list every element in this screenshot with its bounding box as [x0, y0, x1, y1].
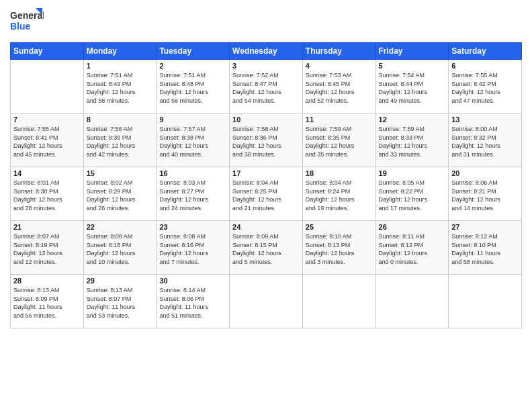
calendar-cell: 17Sunrise: 8:04 AM Sunset: 8:25 PM Dayli…	[230, 167, 303, 221]
calendar-cell: 12Sunrise: 7:59 AM Sunset: 8:33 PM Dayli…	[375, 113, 449, 167]
day-info: Sunrise: 8:03 AM Sunset: 8:27 PM Dayligh…	[159, 179, 226, 212]
week-row-2: 14Sunrise: 8:01 AM Sunset: 8:30 PM Dayli…	[11, 167, 522, 221]
day-info: Sunrise: 8:14 AM Sunset: 8:06 PM Dayligh…	[159, 286, 226, 320]
svg-text:Blue: Blue	[10, 21, 31, 32]
calendar-cell: 6Sunrise: 7:55 AM Sunset: 8:42 PM Daylig…	[449, 60, 522, 113]
calendar-cell: 13Sunrise: 8:00 AM Sunset: 8:32 PM Dayli…	[449, 113, 522, 167]
calendar-cell: 8Sunrise: 7:56 AM Sunset: 8:39 PM Daylig…	[83, 113, 157, 167]
day-number: 25	[306, 223, 373, 231]
day-info: Sunrise: 8:04 AM Sunset: 8:24 PM Dayligh…	[306, 179, 373, 212]
calendar-cell: 30Sunrise: 8:14 AM Sunset: 8:06 PM Dayli…	[157, 275, 230, 328]
week-row-0: 1Sunrise: 7:51 AM Sunset: 8:49 PM Daylig…	[11, 60, 522, 113]
calendar-cell: 24Sunrise: 8:09 AM Sunset: 8:15 PM Dayli…	[230, 221, 303, 275]
day-number: 10	[232, 116, 300, 124]
calendar-cell: 4Sunrise: 7:53 AM Sunset: 8:45 PM Daylig…	[302, 60, 375, 113]
day-info: Sunrise: 8:06 AM Sunset: 8:21 PM Dayligh…	[451, 179, 519, 212]
day-info: Sunrise: 8:02 AM Sunset: 8:29 PM Dayligh…	[87, 179, 154, 212]
day-info: Sunrise: 7:51 AM Sunset: 8:49 PM Dayligh…	[87, 71, 154, 105]
calendar-cell: 29Sunrise: 8:13 AM Sunset: 8:07 PM Dayli…	[83, 275, 157, 328]
day-number: 19	[379, 169, 446, 177]
calendar: SundayMondayTuesdayWednesdayThursdayFrid…	[10, 42, 522, 328]
calendar-cell: 28Sunrise: 8:13 AM Sunset: 8:09 PM Dayli…	[11, 275, 84, 328]
calendar-cell: 3Sunrise: 7:52 AM Sunset: 8:47 PM Daylig…	[230, 60, 303, 113]
calendar-cell: 14Sunrise: 8:01 AM Sunset: 8:30 PM Dayli…	[11, 167, 84, 221]
day-info: Sunrise: 7:57 AM Sunset: 8:38 PM Dayligh…	[159, 125, 226, 158]
day-number: 22	[87, 223, 154, 231]
day-info: Sunrise: 7:56 AM Sunset: 8:39 PM Dayligh…	[87, 125, 154, 158]
logo-svg: GeneralBlue	[10, 7, 44, 37]
day-info: Sunrise: 7:59 AM Sunset: 8:35 PM Dayligh…	[306, 125, 373, 158]
day-info: Sunrise: 8:07 AM Sunset: 8:19 PM Dayligh…	[13, 232, 81, 266]
day-number: 4	[306, 62, 373, 70]
day-number: 2	[159, 62, 226, 70]
day-number: 21	[13, 223, 81, 231]
day-info: Sunrise: 7:52 AM Sunset: 8:47 PM Dayligh…	[232, 71, 300, 105]
header: GeneralBlue	[10, 7, 522, 37]
calendar-cell: 1Sunrise: 7:51 AM Sunset: 8:49 PM Daylig…	[83, 60, 157, 113]
calendar-cell: 20Sunrise: 8:06 AM Sunset: 8:21 PM Dayli…	[449, 167, 522, 221]
weekday-header-tuesday: Tuesday	[157, 43, 230, 60]
day-number: 11	[306, 116, 373, 124]
weekday-header-friday: Friday	[375, 43, 449, 60]
day-info: Sunrise: 8:09 AM Sunset: 8:15 PM Dayligh…	[232, 232, 300, 266]
day-number: 24	[232, 223, 300, 231]
day-number: 14	[13, 169, 81, 177]
calendar-cell	[302, 275, 375, 328]
day-info: Sunrise: 8:13 AM Sunset: 8:07 PM Dayligh…	[87, 286, 154, 320]
day-number: 5	[379, 62, 446, 70]
day-number: 18	[306, 169, 373, 177]
day-number: 30	[159, 277, 226, 285]
day-info: Sunrise: 8:12 AM Sunset: 8:10 PM Dayligh…	[451, 232, 519, 266]
weekday-header-monday: Monday	[83, 43, 157, 60]
day-info: Sunrise: 7:54 AM Sunset: 8:44 PM Dayligh…	[379, 71, 446, 105]
day-info: Sunrise: 8:05 AM Sunset: 8:22 PM Dayligh…	[379, 179, 446, 212]
day-number: 15	[87, 169, 154, 177]
weekday-header-wednesday: Wednesday	[230, 43, 303, 60]
day-info: Sunrise: 8:10 AM Sunset: 8:13 PM Dayligh…	[306, 232, 373, 266]
weekday-header-sunday: Sunday	[11, 43, 84, 60]
day-info: Sunrise: 7:55 AM Sunset: 8:42 PM Dayligh…	[451, 71, 519, 105]
day-number: 7	[13, 116, 81, 124]
logo: GeneralBlue	[10, 7, 44, 37]
calendar-cell: 15Sunrise: 8:02 AM Sunset: 8:29 PM Dayli…	[83, 167, 157, 221]
svg-text:General: General	[10, 10, 44, 21]
day-number: 16	[159, 169, 226, 177]
day-info: Sunrise: 8:08 AM Sunset: 8:18 PM Dayligh…	[87, 232, 154, 266]
day-info: Sunrise: 7:51 AM Sunset: 8:48 PM Dayligh…	[159, 71, 226, 105]
day-number: 9	[159, 116, 226, 124]
calendar-cell: 23Sunrise: 8:08 AM Sunset: 8:16 PM Dayli…	[157, 221, 230, 275]
calendar-cell: 7Sunrise: 7:55 AM Sunset: 8:41 PM Daylig…	[11, 113, 84, 167]
day-info: Sunrise: 7:59 AM Sunset: 8:33 PM Dayligh…	[379, 125, 446, 158]
day-info: Sunrise: 8:04 AM Sunset: 8:25 PM Dayligh…	[232, 179, 300, 212]
calendar-cell	[449, 275, 522, 328]
day-info: Sunrise: 8:08 AM Sunset: 8:16 PM Dayligh…	[159, 232, 226, 266]
calendar-cell: 18Sunrise: 8:04 AM Sunset: 8:24 PM Dayli…	[302, 167, 375, 221]
calendar-cell: 9Sunrise: 7:57 AM Sunset: 8:38 PM Daylig…	[157, 113, 230, 167]
day-info: Sunrise: 7:55 AM Sunset: 8:41 PM Dayligh…	[13, 125, 81, 158]
day-info: Sunrise: 8:00 AM Sunset: 8:32 PM Dayligh…	[451, 125, 519, 158]
day-number: 29	[87, 277, 154, 285]
day-number: 13	[451, 116, 519, 124]
day-info: Sunrise: 8:13 AM Sunset: 8:09 PM Dayligh…	[13, 286, 81, 320]
day-number: 23	[159, 223, 226, 231]
week-row-4: 28Sunrise: 8:13 AM Sunset: 8:09 PM Dayli…	[11, 275, 522, 328]
week-row-1: 7Sunrise: 7:55 AM Sunset: 8:41 PM Daylig…	[11, 113, 522, 167]
weekday-header-saturday: Saturday	[449, 43, 522, 60]
day-number: 8	[87, 116, 154, 124]
calendar-cell: 27Sunrise: 8:12 AM Sunset: 8:10 PM Dayli…	[449, 221, 522, 275]
calendar-cell	[11, 60, 84, 113]
calendar-cell: 22Sunrise: 8:08 AM Sunset: 8:18 PM Dayli…	[83, 221, 157, 275]
day-info: Sunrise: 7:53 AM Sunset: 8:45 PM Dayligh…	[306, 71, 373, 105]
calendar-cell: 21Sunrise: 8:07 AM Sunset: 8:19 PM Dayli…	[11, 221, 84, 275]
day-info: Sunrise: 8:01 AM Sunset: 8:30 PM Dayligh…	[13, 179, 81, 212]
weekday-header-thursday: Thursday	[302, 43, 375, 60]
day-number: 12	[379, 116, 446, 124]
calendar-cell: 11Sunrise: 7:59 AM Sunset: 8:35 PM Dayli…	[302, 113, 375, 167]
day-info: Sunrise: 7:58 AM Sunset: 8:36 PM Dayligh…	[232, 125, 300, 158]
day-number: 20	[451, 169, 519, 177]
day-number: 1	[87, 62, 154, 70]
calendar-cell: 26Sunrise: 8:11 AM Sunset: 8:12 PM Dayli…	[375, 221, 449, 275]
calendar-cell: 19Sunrise: 8:05 AM Sunset: 8:22 PM Dayli…	[375, 167, 449, 221]
calendar-cell: 10Sunrise: 7:58 AM Sunset: 8:36 PM Dayli…	[230, 113, 303, 167]
day-number: 6	[451, 62, 519, 70]
